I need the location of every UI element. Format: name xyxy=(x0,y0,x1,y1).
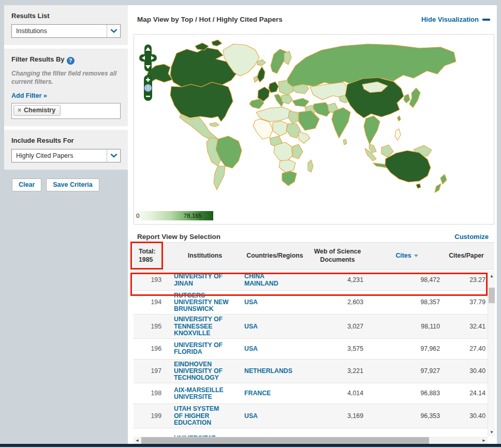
map-region-new-zealand xyxy=(440,174,447,184)
row-country: USA xyxy=(243,323,306,330)
row-rank: 197 xyxy=(134,368,167,375)
row-country: NETHERLANDS xyxy=(243,368,306,375)
hide-visualization-link[interactable]: Hide Visualization xyxy=(421,16,490,23)
row-institution[interactable]: UNIVERSITY OF JINAN xyxy=(167,273,243,287)
row-cites-per-paper: 23.27 xyxy=(445,277,488,283)
chevron-down-icon[interactable] xyxy=(107,25,120,37)
table-row: 195UNIVERSITY OF TENNESSEE KNOXVILLEUSA3… xyxy=(134,315,488,338)
filter-tag-chemistry[interactable]: × Chemistry xyxy=(13,105,61,116)
row-institution[interactable]: UTAH SYSTEM OF HIGHER EDUCATION xyxy=(167,406,243,426)
filter-tag-label: Chemistry xyxy=(24,107,55,114)
horizontal-scroll-thumb[interactable] xyxy=(141,437,429,444)
row-rank: 194 xyxy=(134,299,167,306)
row-documents: 3,169 xyxy=(306,413,369,420)
row-cites-per-paper: 37.79 xyxy=(445,299,488,306)
row-cites-per-paper: 32.41 xyxy=(445,323,488,330)
filter-sidebar: Results List Institutions Filter Results… xyxy=(4,5,128,191)
row-institution[interactable]: EINDHOVEN UNIVERSITY OF TECHNOLOGY xyxy=(167,361,243,381)
row-documents: 2,603 xyxy=(306,299,369,306)
row-cites-per-paper: 30.40 xyxy=(445,413,488,420)
map-region-india xyxy=(332,108,350,138)
report-view-title: Report View by Selection xyxy=(137,233,220,241)
institution-link[interactable]: UNIVERSITY OF FLORIDA xyxy=(174,342,229,355)
report-table-header: Total:1985 Institutions Countries/Region… xyxy=(134,242,494,270)
legend-min-value: 0 xyxy=(135,213,184,219)
remove-tag-icon[interactable]: × xyxy=(18,107,21,114)
table-row: UNIVERSITAT xyxy=(134,428,488,437)
include-results-dropdown[interactable]: Highly Cited Papers xyxy=(11,149,121,162)
institution-link[interactable]: UTAH SYSTEM OF HIGHER EDUCATION xyxy=(174,406,229,426)
table-row: 196UNIVERSITY OF FLORIDAUSA3,57597,96227… xyxy=(134,339,488,360)
row-cites: 97,927 xyxy=(369,368,445,375)
row-cites: 96,353 xyxy=(369,413,445,420)
world-map-visualization: 0 78,165 xyxy=(134,34,494,225)
table-horizontal-scrollbar[interactable]: ◄ ► xyxy=(134,437,488,444)
vertical-scroll-thumb[interactable] xyxy=(489,288,495,303)
column-header-cites-per-paper[interactable]: Cites/Paper xyxy=(445,243,488,269)
table-vertical-scrollbar[interactable]: ▲ ▼ xyxy=(488,271,495,437)
row-institution[interactable]: AIX-MARSEILLE UNIVERSITE xyxy=(167,387,243,400)
filter-results-section: Filter Results By? Changing the filter f… xyxy=(4,49,128,126)
column-header-institutions[interactable]: Institutions xyxy=(167,243,243,269)
row-documents: 4,014 xyxy=(306,390,369,397)
map-region-south-africa xyxy=(282,171,297,186)
row-institution[interactable]: UNIVERSITY OF TENNESSEE KNOXVILLE xyxy=(167,316,243,336)
table-row: 198AIX-MARSEILLE UNIVERSITEFRANCE4,01496… xyxy=(134,383,488,404)
collapse-minus-icon xyxy=(482,19,490,21)
table-row: 199UTAH SYSTEM OF HIGHER EDUCATIONUSA3,1… xyxy=(134,404,488,428)
results-list-label: Results List xyxy=(11,12,121,20)
results-list-value: Institutions xyxy=(12,25,107,37)
legend-max-value: 78,165 xyxy=(184,213,213,219)
customize-link[interactable]: Customize xyxy=(454,233,489,241)
main-content-panel: Map View by Top / Hot / Highly Cited Pap… xyxy=(128,5,497,444)
scroll-up-icon[interactable]: ▲ xyxy=(488,272,495,279)
table-row: 197EINDHOVEN UNIVERSITY OF TECHNOLOGYNET… xyxy=(134,360,488,383)
include-results-section: Include Results For Highly Cited Papers xyxy=(4,130,128,170)
help-icon[interactable]: ? xyxy=(67,57,75,65)
row-country: USA xyxy=(243,413,306,420)
institution-link[interactable]: EINDHOVEN UNIVERSITY OF TECHNOLOGY xyxy=(174,361,229,381)
row-documents: 3,221 xyxy=(306,368,369,375)
scroll-right-icon[interactable]: ► xyxy=(480,437,488,444)
filter-tags-input[interactable]: × Chemistry xyxy=(11,103,121,119)
table-row: 194RUTGERS UNIVERSITY NEW BRUNSWICKUSA2,… xyxy=(134,291,488,315)
choropleth-world-map[interactable] xyxy=(134,35,494,224)
table-row: 193UNIVERSITY OF JINANCHINA MAINLAND4,23… xyxy=(134,270,488,291)
map-region-uk xyxy=(257,67,265,82)
include-results-label: Include Results For xyxy=(11,137,121,144)
clear-button[interactable]: Clear xyxy=(12,178,41,191)
column-header-documents[interactable]: Web of Science Documents xyxy=(306,243,369,269)
chevron-down-icon[interactable] xyxy=(107,150,120,162)
save-criteria-button[interactable]: Save Criteria xyxy=(46,178,99,191)
map-zoom-control[interactable] xyxy=(144,75,152,101)
institution-link[interactable]: RUTGERS UNIVERSITY NEW BRUNSWICK xyxy=(174,292,229,312)
row-rank: 193 xyxy=(134,277,167,283)
row-documents: 3,027 xyxy=(306,323,369,330)
column-header-total: Total:1985 xyxy=(134,243,167,269)
row-cites: 96,883 xyxy=(369,390,445,397)
results-list-dropdown[interactable]: Institutions xyxy=(11,24,121,38)
institution-link[interactable]: UNIVERSITY OF JINAN xyxy=(174,273,229,287)
scroll-down-icon[interactable]: ▼ xyxy=(488,428,495,436)
filter-results-label: Filter Results By? xyxy=(11,55,121,65)
sort-descending-icon xyxy=(414,255,418,257)
row-cites-per-paper: 27.40 xyxy=(445,346,488,352)
row-rank: 198 xyxy=(134,390,167,397)
row-institution[interactable]: RUTGERS UNIVERSITY NEW BRUNSWICK xyxy=(167,292,243,312)
sidebar-actions: Clear Save Criteria xyxy=(4,178,128,191)
add-filter-link[interactable]: Add Filter » xyxy=(11,92,47,99)
row-country: FRANCE xyxy=(243,390,306,397)
institution-link[interactable]: AIX-MARSEILLE UNIVERSITE xyxy=(174,387,229,400)
column-header-countries[interactable]: Countries/Regions xyxy=(243,243,306,269)
row-country: CHINA MAINLAND xyxy=(243,273,306,287)
row-rank: 195 xyxy=(134,323,167,330)
results-list-section: Results List Institutions xyxy=(4,5,128,45)
institution-link[interactable]: UNIVERSITY OF TENNESSEE KNOXVILLE xyxy=(174,316,229,336)
scroll-left-icon[interactable]: ◄ xyxy=(134,437,141,444)
column-header-cites[interactable]: Cites xyxy=(369,243,445,269)
esi-application-window: Results List Institutions Filter Results… xyxy=(0,0,501,448)
map-regions[interactable] xyxy=(145,40,456,192)
bottom-window-bar xyxy=(0,444,501,447)
row-institution[interactable]: UNIVERSITY OF FLORIDA xyxy=(167,342,243,355)
zoom-out-icon xyxy=(146,96,150,97)
